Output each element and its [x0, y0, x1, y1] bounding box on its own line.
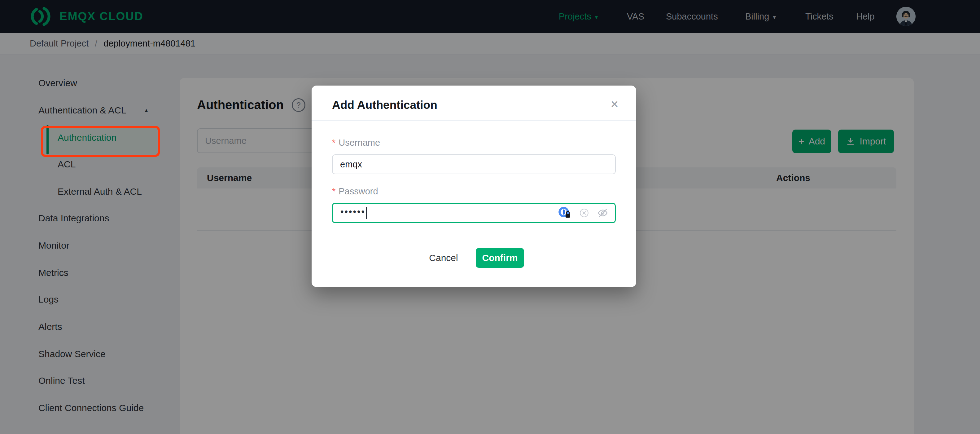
masked-password-value: •••••• — [340, 207, 366, 216]
dialog-header-divider — [312, 120, 636, 121]
toggle-password-visibility-icon[interactable] — [597, 207, 609, 219]
username-field[interactable] — [332, 155, 616, 174]
add-authentication-dialog: Add Authentication ✕ * Username * Passwo… — [312, 86, 636, 287]
annotation-highlight-authentication — [41, 126, 160, 157]
cancel-button[interactable]: Cancel — [422, 248, 465, 268]
close-icon[interactable]: ✕ — [610, 99, 619, 109]
text-cursor — [366, 207, 367, 219]
required-asterisk: * — [332, 186, 336, 196]
emqx-cloud-console: EMQX CLOUD Projects ▾ VAS Subaccounts Bi… — [0, 0, 980, 434]
dialog-title: Add Authentication — [332, 99, 438, 112]
username-field-label: * Username — [332, 138, 380, 148]
password-field-label: * Password — [332, 186, 378, 196]
password-manager-icon[interactable] — [558, 206, 571, 220]
password-field-icons — [558, 206, 609, 220]
confirm-button[interactable]: Confirm — [476, 248, 524, 268]
clear-input-icon[interactable] — [579, 208, 589, 218]
password-field[interactable]: •••••• — [332, 203, 616, 223]
required-asterisk: * — [332, 138, 336, 148]
